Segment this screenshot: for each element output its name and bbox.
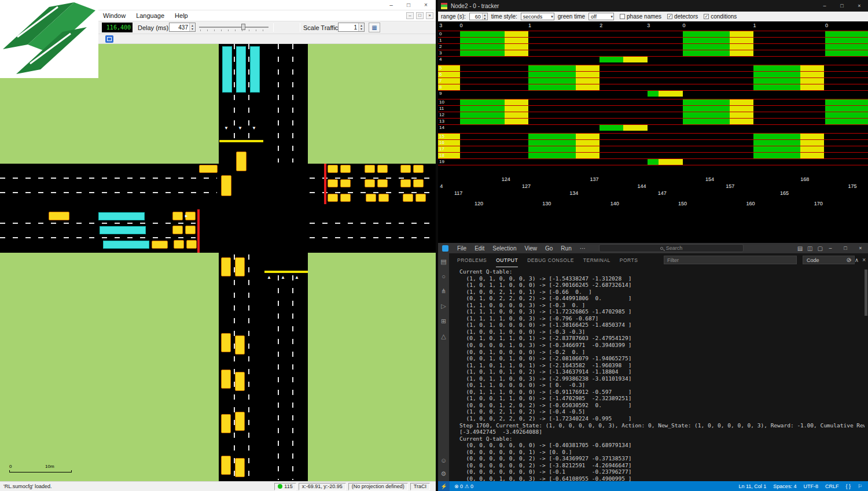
activity-run-debug-icon[interactable]: ▷	[441, 302, 446, 310]
delay-input[interactable]: 437	[169, 23, 196, 32]
layout-toggle-icon[interactable]: ▤	[797, 245, 803, 252]
checkbox-phase-names[interactable]: phase names	[620, 13, 661, 20]
output-scrollbar[interactable]	[865, 270, 867, 316]
activity-account-icon[interactable]: ☺	[440, 457, 447, 464]
status-item[interactable]: { }	[845, 483, 851, 489]
tracker-row: 14	[438, 124, 868, 131]
phase-bar	[683, 50, 730, 56]
checkbox-detectors[interactable]: ✓detectors	[667, 13, 698, 20]
menu-item-window[interactable]: Window	[103, 12, 126, 19]
panel-action-icon[interactable]: ∧	[855, 257, 859, 263]
network-view-icon[interactable]	[105, 35, 113, 43]
window-button[interactable]: □	[838, 243, 853, 253]
layout-toggle-icon[interactable]: ▢	[818, 245, 823, 252]
activity-settings-icon[interactable]: ⚙	[441, 470, 447, 478]
menu-item-help[interactable]: Help	[175, 12, 188, 19]
phase-bar	[730, 38, 753, 43]
viewport-button[interactable]: ▦	[369, 23, 380, 32]
time-tick-label: 4	[440, 183, 443, 189]
tracker-title-bar[interactable]: Node2 - 0 - tracker –□×	[438, 0, 868, 12]
status-item[interactable]: CRLF	[825, 483, 839, 489]
status-item[interactable]: Spaces: 4	[773, 483, 796, 489]
slider-thumb[interactable]	[241, 24, 245, 30]
green-time-select[interactable]: off	[589, 13, 614, 20]
checkbox-conditions[interactable]: ✓conditions	[704, 13, 737, 20]
vehicle	[221, 333, 231, 352]
menu-item-language[interactable]: Language	[136, 12, 164, 19]
scale-bar: 0 10m	[9, 464, 72, 472]
window-button[interactable]: –	[382, 0, 400, 10]
menu-item-selection[interactable]: Selection	[488, 245, 520, 252]
status-item[interactable]: Ln 11, Col 1	[738, 483, 766, 489]
row-index-label: 10	[439, 99, 444, 105]
activity-source-control-icon[interactable]: ⋔	[441, 287, 446, 295]
window-button[interactable]: –	[816, 0, 833, 12]
range-input[interactable]: 60	[469, 13, 488, 20]
activity-explorer-icon[interactable]: ▤	[440, 258, 446, 265]
output-line: (1, 0, 0, 1, 0, 0, 0) -> [-0.3 -0.3]	[459, 328, 865, 335]
vehicle	[403, 194, 413, 202]
phase-bar	[730, 106, 753, 112]
phase-tracker-plot[interactable]: 012345678910111213141516171819 301230104…	[438, 21, 868, 243]
lane-marking	[0, 192, 217, 193]
vscode-title-bar[interactable]: FileEditSelectionViewGoRun··· ← → Search…	[438, 243, 868, 253]
remote-indicator[interactable]: ⚡	[438, 481, 450, 491]
tab-ports[interactable]: PORTS	[620, 253, 638, 267]
tab-problems[interactable]: PROBLEMS	[457, 253, 487, 267]
checkbox[interactable]	[620, 14, 625, 19]
tracker-row: 12	[438, 112, 868, 118]
mdi-window-button[interactable]: □	[416, 12, 424, 19]
mdi-window-button[interactable]: ×	[426, 12, 433, 19]
menu-item-[interactable]: ···	[576, 245, 590, 252]
lane-marking	[310, 223, 434, 224]
tab-debug-console[interactable]: DEBUG CONSOLE	[527, 253, 574, 267]
simulation-canvas[interactable]: ▼▼▼▲▲▲► 0 10m	[0, 44, 436, 481]
menu-item-go[interactable]: Go	[541, 245, 557, 252]
scale-traffic-input[interactable]: 1	[338, 23, 365, 32]
problems-indicator[interactable]: ⊗ 0 ⚠ 0	[454, 483, 473, 489]
panel-action-icon[interactable]: ×	[862, 257, 866, 263]
menu-item-file[interactable]: File	[453, 245, 470, 252]
e2-detector	[98, 212, 145, 220]
window-button[interactable]: ×	[851, 0, 868, 12]
window-button[interactable]: □	[400, 0, 417, 10]
tracker-row: 0	[438, 31, 868, 37]
menu-item-run[interactable]: Run	[557, 245, 575, 252]
mdi-window-button[interactable]: –	[406, 12, 414, 19]
activity-testing-icon[interactable]: △	[441, 333, 446, 340]
activity-extensions-icon[interactable]: ⊞	[441, 318, 446, 325]
checkbox[interactable]: ✓	[704, 14, 709, 19]
traci-indicator[interactable]: TraCI	[410, 483, 430, 490]
time-style-select[interactable]: seconds	[521, 13, 554, 20]
window-button[interactable]: –	[823, 243, 838, 253]
menu-item-view[interactable]: View	[521, 245, 542, 252]
layout-toggle-icon[interactable]: ◫	[807, 245, 812, 252]
checkbox[interactable]: ✓	[667, 14, 672, 19]
menu-item-edit[interactable]: Edit	[470, 245, 488, 252]
tab-terminal[interactable]: TERMINAL	[583, 253, 610, 267]
status-item[interactable]: UTF-8	[803, 483, 818, 489]
spinner-arrows-icon[interactable]	[482, 13, 487, 20]
search-input[interactable]: Search	[599, 244, 744, 252]
vehicle	[413, 165, 424, 173]
vehicle	[328, 179, 338, 187]
phase-bar	[623, 125, 647, 131]
spinner-arrows-icon[interactable]	[189, 23, 195, 31]
activity-search-icon[interactable]: ○	[442, 273, 446, 280]
window-button[interactable]: ×	[417, 0, 435, 10]
status-item[interactable]: ⚐	[858, 483, 862, 489]
tab-output[interactable]: OUTPUT	[496, 253, 518, 267]
window-button[interactable]: □	[833, 0, 851, 12]
output-console[interactable]: Current Q-table: (1, 0, 1, 0, 0, 0, 3) -…	[449, 267, 865, 481]
filter-input[interactable]: Filter	[664, 256, 797, 264]
time-tick-label: 170	[814, 201, 823, 206]
panel-action-icon[interactable]: ⊘	[846, 257, 851, 263]
search-icon	[660, 247, 663, 250]
spinner-arrows-icon[interactable]	[358, 23, 364, 31]
signal-stop-line	[264, 271, 308, 273]
e2-detector	[103, 241, 149, 249]
row-index-label: 17	[439, 146, 444, 152]
window-button[interactable]: ×	[853, 243, 868, 253]
sumo-window-controls: –□×	[382, 0, 435, 10]
delay-slider[interactable]	[199, 24, 269, 31]
